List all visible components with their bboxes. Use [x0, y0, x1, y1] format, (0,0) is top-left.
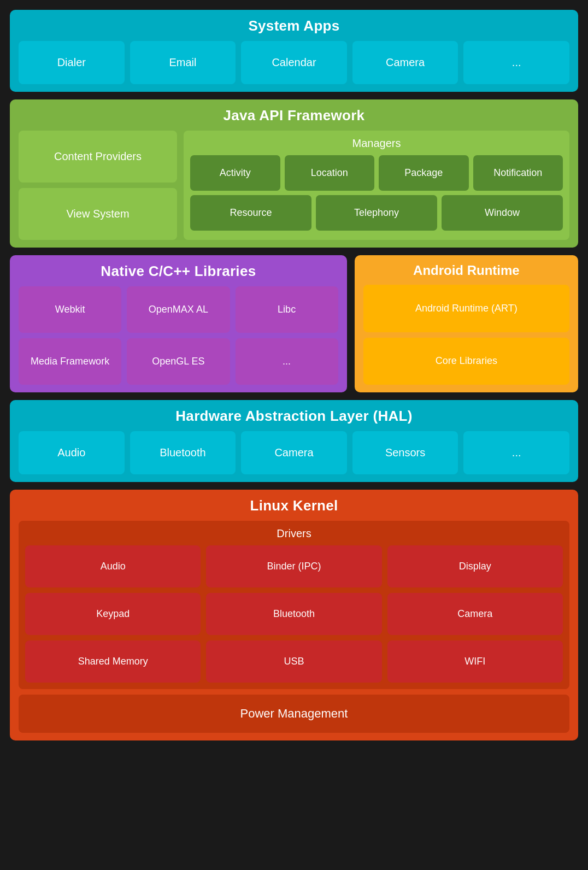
- native-libs-layer: Native C/C++ Libraries Webkit OpenMAX AL…: [10, 255, 347, 392]
- manager-resource: Resource: [190, 195, 311, 231]
- manager-package: Package: [379, 155, 469, 191]
- manager-window: Window: [442, 195, 563, 231]
- android-runtime-layer: Android Runtime Android Runtime (ART) Co…: [355, 255, 578, 392]
- manager-notification: Notification: [473, 155, 563, 191]
- hal-sensors: Sensors: [352, 431, 458, 474]
- java-api-inner: Content Providers View System Managers A…: [19, 131, 569, 240]
- linux-kernel-layer: Linux Kernel Drivers Audio Binder (IPC) …: [10, 490, 578, 740]
- driver-keypad: Keypad: [25, 593, 201, 635]
- hal-more: ...: [463, 431, 569, 474]
- native-media: Media Framework: [19, 338, 121, 385]
- native-libc: Libc: [236, 286, 338, 333]
- native-webkit: Webkit: [19, 286, 121, 333]
- driver-shared-memory: Shared Memory: [25, 640, 201, 683]
- hal-bluetooth: Bluetooth: [130, 431, 236, 474]
- driver-display: Display: [387, 545, 563, 587]
- driver-camera: Camera: [387, 593, 563, 635]
- hal-layer: Hardware Abstraction Layer (HAL) Audio B…: [10, 400, 578, 482]
- manager-activity: Activity: [190, 155, 280, 191]
- native-opengl: OpenGL ES: [127, 338, 230, 385]
- core-libraries-box: Core Libraries: [363, 338, 569, 385]
- power-management-box: Power Management: [19, 695, 569, 733]
- art-box: Android Runtime (ART): [363, 285, 569, 332]
- driver-binder: Binder (IPC): [206, 545, 381, 587]
- hal-audio: Audio: [19, 431, 125, 474]
- driver-audio: Audio: [25, 545, 201, 587]
- hal-title: Hardware Abstraction Layer (HAL): [19, 408, 569, 425]
- driver-bluetooth: Bluetooth: [206, 593, 381, 635]
- native-runtime-row: Native C/C++ Libraries Webkit OpenMAX AL…: [10, 255, 578, 392]
- managers-row2: Resource Telephony Window: [190, 195, 563, 231]
- content-providers-box: Content Providers: [19, 131, 177, 183]
- app-dialer: Dialer: [19, 41, 125, 84]
- system-apps-layer: System Apps Dialer Email Calendar Camera…: [10, 10, 578, 92]
- driver-wifi: WIFI: [387, 640, 563, 683]
- android-runtime-title: Android Runtime: [363, 263, 569, 278]
- managers-row1: Activity Location Package Notification: [190, 155, 563, 191]
- native-libs-title: Native C/C++ Libraries: [19, 263, 338, 280]
- java-api-left: Content Providers View System: [19, 131, 177, 240]
- managers-title: Managers: [190, 137, 563, 150]
- java-api-right: Managers Activity Location Package Notif…: [184, 131, 569, 240]
- view-system-box: View System: [19, 188, 177, 240]
- native-more: ...: [236, 338, 338, 385]
- native-libs-grid: Webkit OpenMAX AL Libc Media Framework O…: [19, 286, 338, 385]
- hal-camera: Camera: [241, 431, 347, 474]
- app-calendar: Calendar: [241, 41, 347, 84]
- manager-location: Location: [285, 155, 375, 191]
- native-openmax: OpenMAX AL: [127, 286, 230, 333]
- linux-kernel-title: Linux Kernel: [19, 497, 569, 514]
- drivers-grid: Audio Binder (IPC) Display Keypad Blueto…: [25, 545, 563, 683]
- drivers-title: Drivers: [25, 527, 563, 540]
- driver-usb: USB: [206, 640, 381, 683]
- java-api-title: Java API Framework: [19, 107, 569, 124]
- app-camera: Camera: [352, 41, 458, 84]
- system-apps-grid: Dialer Email Calendar Camera ...: [19, 41, 569, 84]
- app-more: ...: [463, 41, 569, 84]
- kernel-inner: Drivers Audio Binder (IPC) Display Keypa…: [19, 521, 569, 689]
- system-apps-title: System Apps: [19, 17, 569, 34]
- app-email: Email: [130, 41, 236, 84]
- hal-grid: Audio Bluetooth Camera Sensors ...: [19, 431, 569, 474]
- manager-telephony: Telephony: [316, 195, 437, 231]
- java-api-layer: Java API Framework Content Providers Vie…: [10, 99, 578, 248]
